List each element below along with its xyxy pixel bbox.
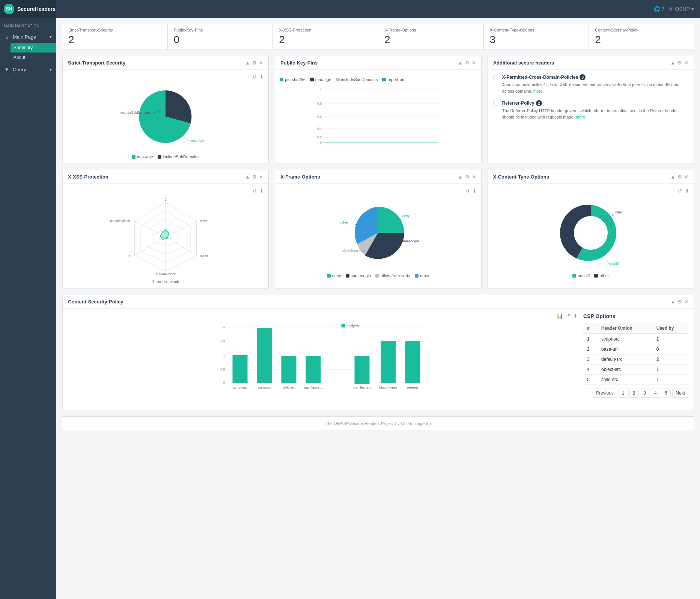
prev-button[interactable]: Previous [593,389,617,398]
legend-label: includeSubDomains [341,77,378,82]
close-icon[interactable]: ✕ [472,60,476,66]
xcto-donut-chart: other nosniff [553,195,628,270]
page-3-button[interactable]: 3 [640,389,649,398]
svg-rect-58 [342,324,345,327]
collapse-icon[interactable]: ▲ [245,60,250,66]
sh-radio [493,101,498,106]
collapse-icon[interactable]: ▲ [670,299,675,305]
refresh-icon[interactable]: ↺ [566,313,570,319]
settings-icon[interactable]: ⚙ [252,174,257,180]
content-area: Strict-Transport-Security 2 Public-Key-P… [56,18,700,599]
legend-label: other [420,273,429,278]
collapse-icon[interactable]: ▲ [458,174,463,180]
svg-text:manifest-src: manifest-src [353,386,372,389]
collapse-icon[interactable]: ▲ [458,60,463,66]
settings-icon[interactable]: ⚙ [677,60,682,66]
refresh-icon[interactable]: ↺ [678,188,682,194]
user-menu[interactable]: ✈ OSHP ▾ [669,6,694,12]
download-icon[interactable]: ⬇ [260,74,264,80]
settings-icon[interactable]: ⚙ [465,60,470,66]
svg-line-1 [181,135,190,141]
svg-text:1: mode=block: 1: mode=block [155,273,176,276]
download-icon[interactable]: ⬇ [685,188,689,194]
legend-color [132,155,135,159]
download-icon[interactable]: ⬇ [260,188,264,194]
cell-num: 4 [583,365,598,375]
page-1-button[interactable]: 1 [619,389,628,398]
table-row: 3 default-src 2 [583,354,688,365]
svg-text:manifest-src: manifest-src [304,386,323,389]
panel-xfo: X-Frame-Options ▲ ⚙ ✕ ↺ ⬇ [275,170,481,289]
collapse-icon[interactable]: ▲ [670,174,675,180]
collapse-icon[interactable]: ▲ [245,174,250,180]
legend-label: pin-sha256 [285,77,305,82]
close-icon[interactable]: ✕ [684,60,688,66]
next-button[interactable]: Next [672,389,688,398]
download-icon[interactable]: ⬇ [473,188,477,194]
pkp-line-chart: 1 0.8 0.6 0.4 0.2 0 [280,85,476,145]
xcto-chart: other nosniff nosniff [492,195,689,278]
settings-icon[interactable]: ⚙ [677,299,682,305]
table-row: 1 script-src 1 [583,334,688,344]
panels-top-row: Strict-Transport-Security ▲ ⚙ ✕ ↺ ⬇ [62,56,694,164]
panel-csp: Content-Security-Policy ▲ ⚙ ✕ 📊 ↺ ⬇ [62,295,694,410]
sh-more-link[interactable]: more. [576,115,586,119]
sts-pie-chart: max-age includeSubDomains [132,83,199,150]
legend-includesubdomains: includeSubDomains [158,155,200,159]
close-icon[interactable]: ✕ [259,60,263,66]
page-2-button[interactable]: 2 [629,389,639,398]
settings-icon[interactable]: ⚙ [677,174,682,180]
close-icon[interactable]: ✕ [259,174,263,180]
cell-option: style-src [598,375,653,385]
page-4-button[interactable]: 4 [651,389,660,398]
stat-value: 0 [174,34,267,46]
settings-icon[interactable]: ⚙ [252,60,257,66]
svg-text:max-age: max-age [191,139,204,143]
sidebar-item-label: Query [13,67,26,72]
xcto-legend: nosniff other [572,273,609,278]
sidebar-item-label: Main Page [13,34,36,40]
close-icon[interactable]: ✕ [684,174,688,180]
refresh-icon[interactable]: ↺ [253,74,257,80]
csp-table: # Header Option Used by 1 script-src 1 [583,323,688,385]
table-icon[interactable]: 📊 [557,313,563,319]
globe-button[interactable]: 🌐 7 [654,6,665,12]
stat-value: 2 [68,34,161,46]
sh-item-xpcdp: X-Permitted-Cross-Domain-Policies 0 A cr… [493,74,688,94]
legend-color [158,155,161,159]
panel-sts-title: Strict-Transport-Security [68,60,125,66]
sidebar-header: SH SecureHeaders [0,0,56,18]
svg-text:0: 0 [223,381,225,384]
sidebar-item-main-page[interactable]: ⌂ Main Page ▼ [0,31,56,43]
stat-value: 2 [595,34,688,46]
chevron-icon: ▼ [49,68,53,72]
sidebar-item-query[interactable]: ▼ Query ▼ [0,64,56,75]
stat-value: 3 [490,34,583,46]
sidebar-item-summary[interactable]: Summary [11,43,56,53]
panel-xfo-title: X-Frame-Options [280,174,320,180]
refresh-icon[interactable]: ↺ [253,188,257,194]
col-header-option: Header Option [598,323,653,334]
sh-more-link[interactable]: more. [533,89,544,93]
panel-xfo-header: X-Frame-Options ▲ ⚙ ✕ [275,170,481,184]
close-icon[interactable]: ✕ [684,299,688,305]
close-icon[interactable]: ✕ [472,174,476,180]
panel-sts-header: Strict-Transport-Security ▲ ⚙ ✕ [63,56,268,70]
sidebar-item-about[interactable]: About [11,53,56,62]
panel-pkp-header: Public-Key-Pins ▲ ⚙ ✕ [275,56,481,70]
svg-text:1: 1 [129,255,131,258]
stat-label: Strict-Transport-Security [68,28,161,32]
settings-icon[interactable]: ⚙ [465,174,470,180]
download-icon[interactable]: ⬇ [573,313,577,319]
footer: The OWASP Secure Headers Project ( v4.0.… [62,416,694,430]
collapse-icon[interactable]: ▲ [670,60,675,66]
panel-sts-body: ↺ ⬇ [63,70,268,164]
cell-used: 2 [653,354,688,365]
legend-sameorigin: sameorigin [346,273,371,278]
page-5-button[interactable]: 5 [662,389,671,398]
legend-color [346,274,349,278]
stat-label: X-Content-Type-Options [490,28,583,32]
refresh-icon[interactable]: ↺ [465,188,470,194]
stat-pkp: Public-Key-Pins 0 [168,24,273,50]
panel-xcto-actions: ▲ ⚙ ✕ [670,174,688,180]
